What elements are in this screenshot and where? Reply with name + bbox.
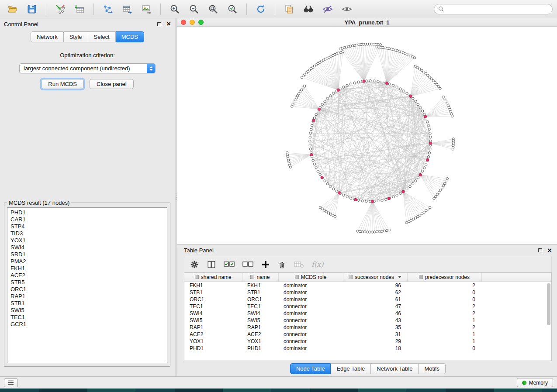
float-panel-icon[interactable]	[157, 22, 161, 26]
mcds-result-item[interactable]: SWI4	[7, 244, 167, 251]
close-panel-icon[interactable]: ×	[166, 21, 171, 27]
close-table-panel-icon[interactable]: ×	[547, 248, 552, 253]
search-input[interactable]	[446, 6, 548, 12]
table-settings-button[interactable]	[190, 258, 199, 271]
mcds-result-item[interactable]: CAR1	[7, 216, 167, 223]
import-network-button[interactable]	[52, 2, 69, 17]
tab-node-table[interactable]: Node Table	[290, 363, 331, 374]
deselect-all-rows-button[interactable]	[242, 258, 254, 271]
tab-mcds[interactable]: MCDS	[116, 31, 144, 42]
select-stepper-icon	[147, 64, 155, 73]
open-session-button[interactable]	[4, 2, 21, 17]
control-panel: Control Panel × Network Style Select MCD…	[0, 18, 175, 376]
export-table-button[interactable]	[119, 2, 135, 17]
function-builder-icon[interactable]: f(x)	[311, 260, 323, 268]
mcds-result-item[interactable]: RAP1	[7, 293, 167, 300]
zoom-out-button[interactable]	[186, 2, 202, 17]
tab-style[interactable]: Style	[64, 31, 88, 42]
mcds-result-item[interactable]: ORC1	[7, 286, 167, 293]
trash-icon	[277, 260, 286, 269]
control-panel-tabbar: Network Style Select MCDS	[0, 30, 175, 46]
minimize-window-button[interactable]	[190, 20, 195, 25]
mcds-result-item[interactable]: TEC1	[7, 314, 167, 321]
zoom-fit-button[interactable]	[205, 2, 221, 17]
status-menu-button[interactable]	[4, 378, 18, 387]
mcds-result-list[interactable]: PHD1CAR1STP4TID3YOX1SWI4SRD1PMA2FKH1ACE2…	[7, 207, 167, 363]
column-header-filler	[481, 273, 551, 282]
apply-layout-button[interactable]	[253, 2, 269, 17]
show-columns-button[interactable]	[207, 258, 216, 271]
table-row[interactable]: YOX1YOX1connector291	[184, 338, 551, 345]
hide-details-button[interactable]	[319, 2, 336, 17]
run-mcds-button[interactable]: Run MCDS	[41, 79, 84, 89]
copy-document-button[interactable]	[281, 2, 298, 17]
toolbar-separator	[246, 3, 247, 15]
tab-network-table[interactable]: Network Table	[371, 363, 419, 374]
table-panel-header: Table Panel ×	[184, 245, 552, 256]
search-network-button[interactable]	[300, 2, 317, 17]
zoom-selected-icon	[227, 4, 238, 14]
mcds-result-item[interactable]: FKH1	[7, 265, 167, 272]
network-graph[interactable]	[177, 27, 557, 244]
toolbar-separator	[275, 3, 275, 15]
export-network-button[interactable]	[100, 2, 116, 17]
column-header-successor-nodes[interactable]: successor nodes	[343, 273, 407, 282]
sort-descending-icon[interactable]	[398, 276, 401, 278]
zoom-fit-icon	[208, 4, 218, 14]
delete-column-button[interactable]	[277, 258, 286, 271]
close-window-button[interactable]	[181, 20, 186, 25]
column-header-predecessor-nodes[interactable]: predecessor nodes	[407, 273, 481, 282]
memory-label: Memory	[529, 380, 548, 386]
table-row[interactable]: TEC1TEC1connector472	[184, 303, 551, 310]
node-table-body: FKH1FKH1dominator962STB1STB1dominator620…	[184, 282, 551, 352]
mcds-result-item[interactable]: ACE2	[7, 272, 167, 279]
add-column-button[interactable]	[261, 258, 270, 271]
show-details-button[interactable]	[339, 2, 355, 17]
table-row[interactable]: ORC1ORC1dominator610	[184, 296, 551, 303]
table-row[interactable]: SWI5SWI5connector431	[184, 317, 551, 324]
column-header-name[interactable]: name	[242, 273, 278, 282]
mcds-result-item[interactable]: STB1	[7, 300, 167, 307]
close-panel-button[interactable]: Close panel	[90, 79, 134, 89]
main-area: Control Panel × Network Style Select MCD…	[0, 18, 557, 376]
save-session-button[interactable]	[24, 2, 40, 17]
mcds-result-item[interactable]: TID3	[7, 230, 167, 237]
tab-network[interactable]: Network	[31, 31, 64, 42]
copy-document-icon	[284, 4, 294, 14]
network-canvas[interactable]	[177, 27, 557, 244]
table-row[interactable]: ACE2ACE2connector311	[184, 331, 551, 338]
tab-edge-table[interactable]: Edge Table	[331, 363, 371, 374]
table-row[interactable]: SWI4SWI4dominator462	[184, 310, 551, 317]
mcds-result-item[interactable]: PHD1	[7, 209, 167, 216]
table-row[interactable]: STB1STB1dominator620	[184, 289, 551, 296]
zoom-in-button[interactable]	[166, 2, 183, 17]
export-image-button[interactable]	[138, 2, 155, 17]
import-table-button[interactable]	[71, 2, 88, 17]
mcds-panel-content: Optimization criterion: largest connecte…	[0, 46, 175, 198]
delete-table-button[interactable]	[294, 258, 304, 271]
select-all-rows-button[interactable]	[224, 258, 235, 271]
mcds-result-item[interactable]: SRD1	[7, 251, 167, 258]
column-type-icon	[349, 275, 353, 279]
mcds-result-item[interactable]: YOX1	[7, 237, 167, 244]
mcds-result-item[interactable]: STP4	[7, 223, 167, 230]
column-header-shared-name[interactable]: shared name	[184, 273, 242, 282]
table-row[interactable]: PHD1PHD1dominator180	[184, 345, 551, 352]
table-row[interactable]: FKH1FKH1dominator962	[184, 282, 551, 289]
mcds-result-item[interactable]: SWI5	[7, 307, 167, 314]
mcds-result-item[interactable]: GCR1	[7, 321, 167, 328]
maximize-window-button[interactable]	[198, 20, 204, 25]
zoom-selected-button[interactable]	[224, 2, 241, 17]
float-table-panel-icon[interactable]	[538, 248, 542, 252]
list-icon	[8, 380, 14, 385]
memory-button[interactable]: Memory	[517, 378, 553, 387]
optimization-criterion-select[interactable]: largest connected component (undirected)	[19, 63, 156, 73]
table-row[interactable]: RAP1RAP1dominator352	[184, 324, 551, 331]
unchecked-boxes-icon	[242, 260, 254, 269]
table-scrollbar-thumb[interactable]	[547, 283, 550, 325]
column-header-mcds-role[interactable]: MCDS role	[278, 273, 343, 282]
mcds-result-item[interactable]: PMA2	[7, 258, 167, 265]
mcds-result-item[interactable]: STB5	[7, 279, 167, 286]
tab-select[interactable]: Select	[88, 31, 116, 42]
tab-motifs[interactable]: Motifs	[419, 363, 446, 374]
